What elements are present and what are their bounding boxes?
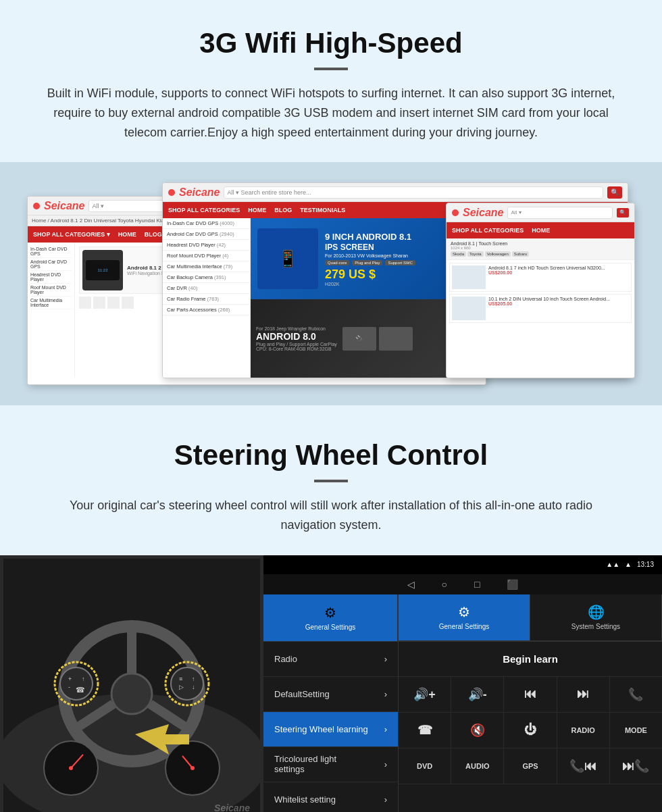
android-nav-bar: ◁ ○ □ ⬛ <box>263 574 662 594</box>
power-icon: ⏻ <box>524 723 536 737</box>
svg-text:↓: ↓ <box>192 684 195 690</box>
answer-icon: ☎ <box>417 723 432 738</box>
whitelist-label: Whitelist setting <box>274 794 336 805</box>
wifi-section: 3G Wifi High-Speed Built in WiFi module,… <box>0 0 662 162</box>
steering-wheel-label: Steering Wheel learning <box>274 724 368 734</box>
vol-up-button[interactable]: 🔊+ <box>399 677 451 712</box>
call-prev-icon: 📞⏮ <box>569 759 596 773</box>
nav-testimonials: TESTIMONIALS <box>300 207 345 213</box>
browser-search-front: All ▾ Search entire store here... <box>224 186 603 199</box>
tricoloured-label: Tricoloured lightsettings <box>274 754 336 774</box>
section-divider-2 <box>314 480 348 482</box>
seicane-watermark: Seicane <box>214 803 250 812</box>
settings-header: ⚙ General Settings <box>263 594 398 642</box>
ctrl-row-1: 🔊+ 🔊- ⏮ ⏭ 📞 <box>399 677 662 713</box>
tricoloured-menu-item[interactable]: Tricoloured lightsettings › <box>263 747 398 782</box>
steering-wheel-svg: + ↑ - ☎ ≡ ↑ ▷ ↓ <box>3 559 260 812</box>
svg-point-24 <box>190 766 195 770</box>
nav-home-front: HOME <box>248 207 266 213</box>
call-next-button[interactable]: ⏭📞 <box>610 748 662 784</box>
next-icon: ⏭ <box>577 687 589 701</box>
svg-text:-: - <box>68 684 70 690</box>
default-chevron: › <box>384 689 387 699</box>
steering-description: Your original car's steering wheel contr… <box>41 496 621 535</box>
gps-btn-label: GPS <box>522 762 538 770</box>
browser-mock-right: Seicane All ▾ 🔍 SHOP ALL CATEGORIES HOME… <box>446 203 635 378</box>
seicane-logo-front: Seicane <box>179 186 220 199</box>
gps-button[interactable]: GPS <box>504 748 557 784</box>
whitelist-menu-item[interactable]: Whitelist setting › <box>263 782 398 812</box>
mode-button[interactable]: MODE <box>610 713 662 748</box>
mute-button[interactable]: 🔇 <box>451 713 504 748</box>
steering-section: Steering Wheel Control Your original car… <box>0 405 662 555</box>
seicane-logo-back: Seicane <box>44 200 84 212</box>
dvd-button[interactable]: DVD <box>399 748 451 784</box>
time-display: 13:13 <box>637 561 654 568</box>
nav-blog: BLOG <box>145 231 162 238</box>
radio-button[interactable]: RADIO <box>557 713 610 748</box>
seicane-logo-right: Seicane <box>463 207 503 219</box>
nav-home: HOME <box>118 231 136 238</box>
browser-bar-front: Seicane All ▾ Search entire store here..… <box>163 183 628 202</box>
general-settings-right-tab[interactable]: ⚙ General Settings <box>399 594 530 641</box>
whitelist-chevron: › <box>384 794 387 805</box>
vol-down-button[interactable]: 🔊- <box>451 677 504 712</box>
browser-close-icon <box>33 203 40 209</box>
browser-search-right: All ▾ <box>507 207 613 219</box>
prev-icon: ⏮ <box>524 687 536 701</box>
svg-text:+: + <box>68 676 72 682</box>
call-prev-button[interactable]: 📞⏮ <box>557 748 610 784</box>
system-settings-tab[interactable]: 🌐 System Settings <box>530 594 662 641</box>
ctrl-row-2: ☎ 🔇 ⏻ RADIO MODE <box>399 713 662 748</box>
prev-track-button[interactable]: ⏮ <box>504 677 557 712</box>
answer-call-button[interactable]: ☎ <box>399 713 451 748</box>
car-photo: + ↑ - ☎ ≡ ↑ ▷ ↓ Seicane <box>0 555 263 812</box>
call-icon: 📞 <box>628 687 643 702</box>
gear-icon: ⚙ <box>324 605 336 621</box>
power-button[interactable]: ⏻ <box>504 713 557 748</box>
nav-blog-front: BLOG <box>274 207 292 213</box>
ctrl-row-3: DVD AUDIO GPS 📞⏮ ⏭📞 <box>399 748 662 784</box>
dvd-btn-label: DVD <box>417 762 432 770</box>
next-track-button[interactable]: ⏭ <box>557 677 610 712</box>
radio-menu-item[interactable]: Radio › <box>263 642 398 677</box>
radio-label: Radio <box>274 654 297 664</box>
browser-content-right: SHOP ALL CATEGORIES HOME Android 8.1 | T… <box>447 222 634 378</box>
settings-right-panel: ⚙ General Settings 🌐 System Settings Beg… <box>399 594 662 812</box>
mute-icon: 🔇 <box>470 723 485 738</box>
call-next-icon: ⏭📞 <box>622 759 649 773</box>
gear-right-icon: ⚙ <box>458 604 470 620</box>
screenshot-nav-icon[interactable]: ⬛ <box>507 579 518 590</box>
svg-point-3 <box>111 674 152 714</box>
general-settings-right-label: General Settings <box>439 623 490 630</box>
system-settings-label: System Settings <box>571 623 620 630</box>
audio-btn-label: AUDIO <box>465 762 489 770</box>
recents-nav-icon[interactable]: □ <box>474 579 480 590</box>
android-settings-grid: ⚙ General Settings Radio › DefaultSettin… <box>263 594 662 812</box>
android-ui-panel: ▲▲ ▲ 13:13 ◁ ○ □ ⬛ ⚙ General Settings <box>263 555 662 812</box>
mode-btn-label: MODE <box>625 726 647 734</box>
home-nav-icon[interactable]: ○ <box>442 579 447 590</box>
general-settings-tab[interactable]: ⚙ General Settings <box>263 594 398 642</box>
steering-wheel-menu-item[interactable]: Steering Wheel learning › <box>263 712 398 747</box>
android-status-bar: ▲▲ ▲ 13:13 <box>263 555 662 574</box>
radio-btn-label: RADIO <box>571 726 594 734</box>
default-label: DefaultSetting <box>274 689 330 699</box>
signal-icon: ▲▲ <box>606 561 619 568</box>
call-button[interactable]: 📞 <box>610 677 662 712</box>
default-setting-menu-item[interactable]: DefaultSetting › <box>263 677 398 712</box>
wifi-description: Built in WiFi module, supports to connec… <box>41 84 621 142</box>
audio-button[interactable]: AUDIO <box>451 748 504 784</box>
nav-label: SHOP ALL CATEGORIES ▾ <box>33 231 110 238</box>
back-nav-icon[interactable]: ◁ <box>407 579 415 590</box>
wifi-status-icon: ▲ <box>625 561 632 568</box>
svg-point-14 <box>171 667 203 700</box>
steering-title: Steering Wheel Control <box>41 439 621 472</box>
browser-screenshot-area: Seicane All ▾ Home / Android 8.1 2 Din U… <box>0 162 662 405</box>
screenshot-composite: Seicane All ▾ Home / Android 8.1 2 Din U… <box>27 176 635 385</box>
control-buttons-grid: 🔊+ 🔊- ⏮ ⏭ 📞 <box>399 677 662 784</box>
svg-text:≡: ≡ <box>179 676 182 682</box>
begin-learn-button[interactable]: Begin learn <box>503 653 558 665</box>
browser-nav-right: SHOP ALL CATEGORIES HOME <box>447 222 634 238</box>
settings-left-panel: ⚙ General Settings Radio › DefaultSettin… <box>263 594 399 812</box>
